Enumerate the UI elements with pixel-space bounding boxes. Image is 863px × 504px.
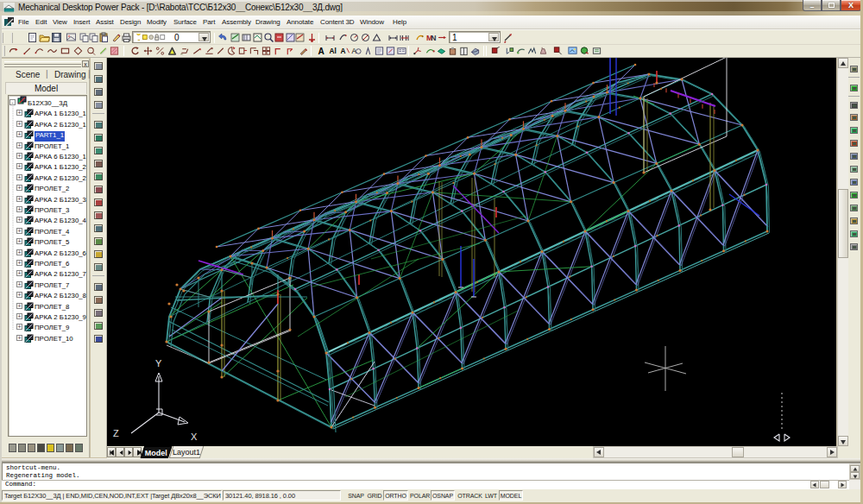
svg-text:Y: Y: [155, 358, 162, 369]
svg-text:N: N: [431, 34, 437, 42]
svg-text:Z: Z: [113, 428, 119, 438]
svg-text:X: X: [191, 432, 198, 442]
svg-text:A: A: [318, 47, 324, 56]
svg-text:A: A: [341, 47, 346, 55]
svg-text:Al: Al: [330, 47, 337, 55]
